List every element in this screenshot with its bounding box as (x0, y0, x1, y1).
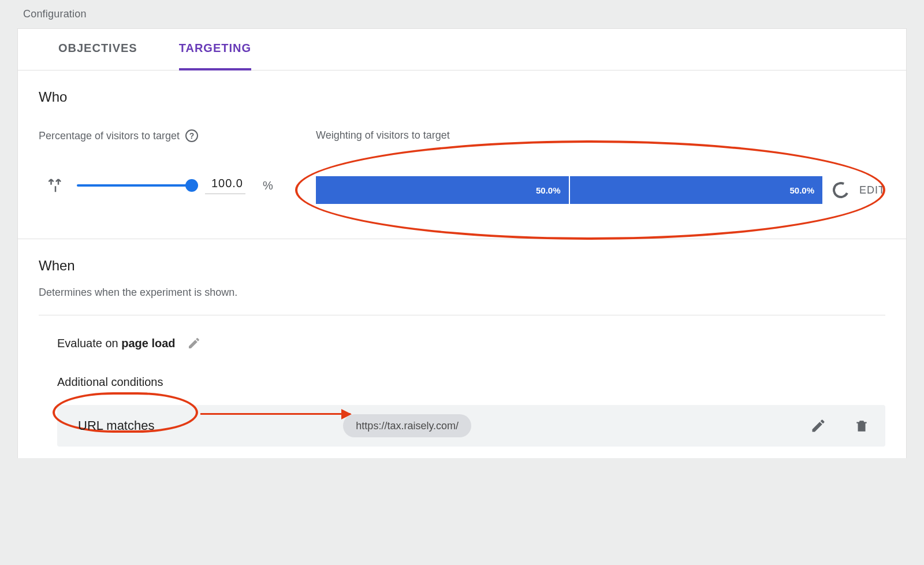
weighting-bar[interactable]: 50.0% 50.0% (316, 176, 822, 204)
donut-icon (830, 180, 851, 200)
slider-knob[interactable] (185, 179, 198, 192)
weighting-segment-1: 50.0% (569, 176, 823, 204)
visitor-percentage-value[interactable]: 100.0 (205, 177, 245, 194)
tab-targeting[interactable]: TARGETING (179, 29, 251, 70)
percentage-label: Percentage of visitors to target (39, 130, 180, 142)
edit-evaluate-button[interactable] (187, 336, 201, 350)
section-when: When Determines when the experiment is s… (18, 239, 906, 458)
tab-objectives[interactable]: OBJECTIVES (58, 29, 137, 70)
tabs: OBJECTIVES TARGETING (18, 29, 906, 70)
delete-condition-button[interactable] (854, 417, 869, 434)
evaluate-row: Evaluate on page load (39, 336, 885, 350)
split-icon (47, 177, 64, 194)
annotation-arrow (200, 413, 351, 415)
evaluate-prefix: Evaluate on (57, 337, 121, 350)
weighting-label: Weighting of visitors to target (316, 129, 450, 142)
evaluate-value: page load (121, 337, 175, 350)
percent-symbol: % (263, 179, 273, 192)
condition-url-pill: https://tax.raisely.com/ (343, 414, 471, 437)
help-icon[interactable]: ? (185, 129, 198, 142)
visitor-percentage-slider[interactable] (77, 184, 192, 187)
edit-weighting-button[interactable]: EDIT (859, 184, 885, 196)
divider (39, 315, 885, 315)
who-heading: Who (39, 89, 885, 105)
condition-label: URL matches (78, 418, 154, 433)
when-heading: When (39, 258, 885, 274)
additional-conditions-label: Additional conditions (39, 376, 885, 389)
when-description: Determines when the experiment is shown. (39, 287, 885, 299)
edit-condition-button[interactable] (810, 418, 826, 434)
section-who: Who Percentage of visitors to target ? (18, 70, 906, 239)
condition-row[interactable]: URL matches https://tax.raisely.com/ (57, 405, 885, 447)
page-title: Configuration (17, 0, 907, 28)
config-card: OBJECTIVES TARGETING Who Percentage of v… (17, 28, 907, 458)
weighting-segment-0: 50.0% (316, 176, 569, 204)
